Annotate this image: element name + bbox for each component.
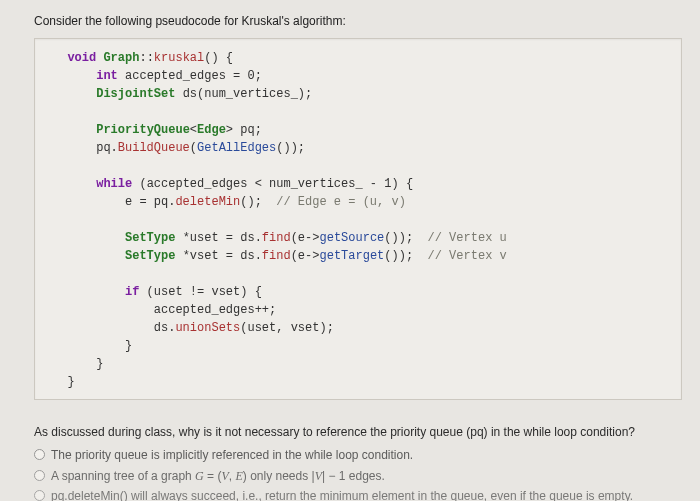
radio-icon: [34, 490, 45, 501]
kw-disjointset: DisjointSet: [96, 87, 175, 101]
fn-gettarget: getTarget: [319, 249, 384, 263]
kw-edge: Edge: [197, 123, 226, 137]
ds-dot: ds.: [53, 321, 175, 335]
inc: accepted_edges++;: [53, 303, 276, 317]
var-accepted: accepted_edges = 0;: [118, 69, 262, 83]
fn-unionsets: unionSets: [175, 321, 240, 335]
fn-kruskal: kruskal: [154, 51, 204, 65]
paren-open: () {: [204, 51, 233, 65]
paren2: ();: [240, 195, 276, 209]
kw-int: int: [96, 69, 118, 83]
fn-buildqueue: BuildQueue: [118, 141, 190, 155]
opt2-E: E: [235, 469, 242, 483]
angle-l: <: [190, 123, 197, 137]
option-1[interactable]: The priority queue is implicitly referen…: [34, 447, 682, 464]
pq-dot: pq.: [53, 141, 118, 155]
kw-settype2: SetType: [125, 249, 175, 263]
kw-settype1: SetType: [125, 231, 175, 245]
opt2-eq: =: [204, 469, 218, 483]
kw-pq: PriorityQueue: [96, 123, 190, 137]
while-cond: (accepted_edges < num_vertices_ - 1) {: [132, 177, 413, 191]
option-2-label: A spanning tree of a graph G = (V, E) on…: [51, 468, 385, 485]
if-cond: (uset != vset) {: [139, 285, 261, 299]
arrow1: (e->: [291, 231, 320, 245]
opt2-pre: A spanning tree of a graph: [51, 469, 195, 483]
brace-if: }: [53, 339, 132, 353]
e-eq: e = pq.: [53, 195, 175, 209]
option-1-label: The priority queue is implicitly referen…: [51, 447, 413, 464]
paren: (: [190, 141, 197, 155]
fn-find2: find: [262, 249, 291, 263]
cmt-u: // Vertex u: [428, 231, 507, 245]
opt2-V: V: [221, 469, 228, 483]
opt2-aV: V: [315, 469, 322, 483]
fn-find1: find: [262, 231, 291, 245]
option-2[interactable]: A spanning tree of a graph G = (V, E) on…: [34, 468, 682, 485]
brace-while: }: [53, 357, 103, 371]
pseudocode-block: void Graph::kruskal() { int accepted_edg…: [34, 38, 682, 400]
arrow2: (e->: [291, 249, 320, 263]
fn-getsource: getSource: [319, 231, 384, 245]
radio-icon: [34, 470, 45, 481]
opt2-post: edges.: [346, 469, 385, 483]
opt2-min: − 1: [325, 469, 345, 483]
pq-decl: > pq;: [226, 123, 262, 137]
cmt-v: // Vertex v: [428, 249, 507, 263]
brace-fn: }: [53, 375, 75, 389]
options-group: The priority queue is implicitly referen…: [34, 447, 682, 501]
opt2-mid: only needs: [247, 469, 312, 483]
intro-text: Consider the following pseudocode for Kr…: [34, 14, 682, 28]
cmt-edge: // Edge e = (u, v): [276, 195, 406, 209]
fn-getalledges: GetAllEdges: [197, 141, 276, 155]
option-3-label: pq.deleteMin() will always succeed, i.e.…: [51, 488, 633, 501]
option-3[interactable]: pq.deleteMin() will always succeed, i.e.…: [34, 488, 682, 501]
opt2-G: G: [195, 469, 204, 483]
ds-decl: ds(num_vertices_);: [175, 87, 312, 101]
question-text: As discussed during class, why is it not…: [34, 424, 682, 441]
uset-decl: *uset = ds.: [175, 231, 261, 245]
union-args: (uset, vset);: [240, 321, 334, 335]
fn-deletemin: deleteMin: [175, 195, 240, 209]
radio-icon: [34, 449, 45, 460]
kw-while: while: [96, 177, 132, 191]
vset-decl: *vset = ds.: [175, 249, 261, 263]
paren4: ());: [384, 249, 427, 263]
kw-graph: Graph: [103, 51, 139, 65]
scope-op: ::: [139, 51, 153, 65]
kw-void: void: [67, 51, 96, 65]
kw-if: if: [125, 285, 139, 299]
paren3: ());: [384, 231, 427, 245]
paren-close: ());: [276, 141, 305, 155]
